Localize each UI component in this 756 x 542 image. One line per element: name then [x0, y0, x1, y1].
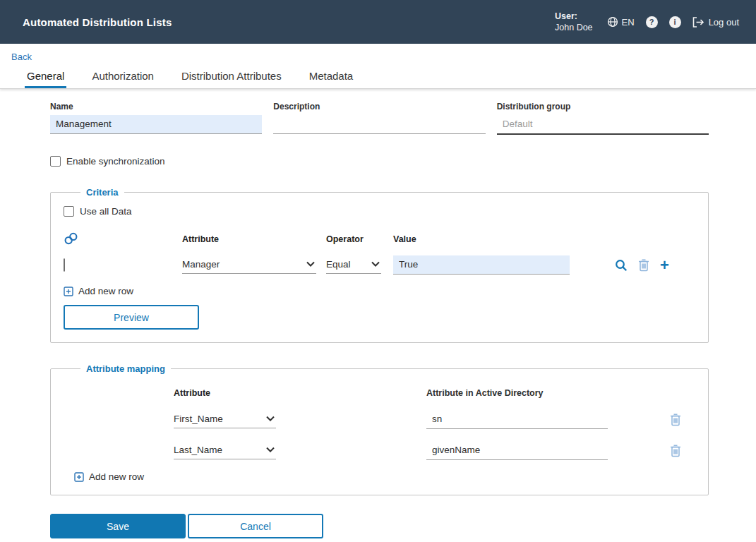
add-new-row-label: Add new row [89, 471, 144, 482]
info-icon: i [674, 18, 676, 26]
distribution-group-field-group: Distribution group [497, 102, 709, 135]
criteria-add-new-row[interactable]: Add new row [64, 286, 133, 296]
user-label: User: [555, 11, 593, 22]
mapping-ad-attribute-header: Attribute in Active Directory [426, 388, 544, 398]
tab-general[interactable]: General [26, 64, 65, 88]
delete-mapping-icon-2[interactable] [670, 445, 681, 457]
chevron-down-icon [266, 447, 275, 452]
criteria-header-row: Attribute Operator Value [64, 232, 695, 246]
chevron-down-icon [306, 261, 315, 267]
enable-sync-label: Enable synchronization [66, 156, 165, 167]
criteria-operator-header: Operator [326, 234, 381, 244]
enable-sync-row[interactable]: Enable synchronization [50, 156, 709, 167]
use-all-data-checkbox[interactable] [64, 206, 74, 217]
mapping-ad-input-1[interactable] [426, 410, 608, 429]
add-new-row-label: Add new row [78, 286, 133, 296]
page-title: Automated Distribution Lists [23, 16, 172, 28]
link-rows-icon[interactable] [64, 232, 182, 246]
criteria-operator-select[interactable]: Equal [326, 257, 381, 274]
criteria-legend: Criteria [80, 187, 124, 198]
use-all-data-label: Use all Data [80, 206, 132, 217]
criteria-value-input[interactable] [393, 255, 570, 275]
logout-icon [692, 17, 704, 28]
help-icon: ? [649, 18, 654, 26]
description-field-group: Description [273, 102, 485, 135]
language-selector[interactable]: EN [607, 16, 635, 28]
mapping-row: Last_Name [64, 441, 695, 460]
top-fields: Name Description Distribution group [50, 102, 709, 135]
description-input[interactable] [273, 115, 485, 134]
chevron-down-icon [371, 261, 380, 267]
criteria-value-header: Value [393, 234, 570, 244]
app-header: Automated Distribution Lists User: John … [0, 0, 756, 44]
delete-mapping-icon-1[interactable] [670, 414, 681, 426]
cancel-button[interactable]: Cancel [188, 514, 323, 538]
mapping-attribute-select-2[interactable]: Last_Name [174, 442, 276, 459]
description-label: Description [273, 102, 485, 112]
help-button[interactable]: ? [646, 16, 658, 28]
logout-button[interactable]: Log out [692, 17, 739, 28]
criteria-row: Manager Equal [64, 255, 695, 275]
delete-row-icon[interactable] [638, 259, 649, 272]
criteria-section: Criteria Use all Data Attribute Operator… [50, 187, 709, 343]
criteria-row-checkbox[interactable] [64, 258, 65, 272]
attribute-mapping-legend: Attribute mapping [80, 363, 171, 374]
name-label: Name [50, 102, 262, 112]
mapping-row: First_Name [64, 410, 695, 429]
chevron-down-icon [266, 416, 275, 421]
criteria-attribute-header: Attribute [182, 234, 316, 244]
save-button[interactable]: Save [50, 514, 186, 538]
enable-sync-checkbox[interactable] [50, 156, 61, 167]
main-content: Name Description Distribution group Enab… [0, 89, 756, 538]
language-code: EN [622, 17, 635, 28]
info-button[interactable]: i [669, 16, 681, 28]
mapping-add-new-row[interactable]: Add new row [74, 471, 144, 482]
add-box-icon [74, 472, 84, 482]
preview-button[interactable]: Preview [64, 305, 199, 330]
globe-icon [607, 16, 618, 28]
attribute-mapping-section: Attribute mapping Attribute Attribute in… [50, 363, 709, 495]
use-all-data-row[interactable]: Use all Data [64, 206, 695, 217]
user-info: User: John Doe [555, 11, 593, 34]
user-name: John Doe [555, 22, 593, 33]
mapping-attribute-header: Attribute [174, 388, 276, 398]
name-input[interactable] [50, 115, 262, 134]
search-icon[interactable] [615, 259, 628, 272]
distribution-group-input[interactable] [497, 115, 709, 135]
logout-label: Log out [709, 17, 739, 28]
criteria-attribute-select[interactable]: Manager [182, 257, 316, 274]
header-actions: User: John Doe EN ? i [555, 11, 739, 34]
criteria-row-actions: + [615, 259, 669, 272]
mapping-attribute-select-1[interactable]: First_Name [174, 411, 276, 428]
tab-metadata[interactable]: Metadata [308, 64, 354, 88]
mapping-ad-input-2[interactable] [426, 441, 608, 460]
tab-bar: General Authorization Distribution Attri… [0, 64, 756, 89]
distribution-group-label: Distribution group [497, 102, 709, 112]
add-criteria-icon[interactable]: + [660, 259, 669, 272]
name-field-group: Name [50, 102, 262, 135]
tab-authorization[interactable]: Authorization [91, 64, 155, 88]
tab-distribution-attributes[interactable]: Distribution Attributes [181, 64, 282, 88]
form-actions: Save Cancel [50, 514, 709, 538]
add-box-icon [64, 287, 73, 296]
mapping-header-row: Attribute Attribute in Active Directory [64, 388, 695, 398]
back-row: Back [0, 44, 756, 64]
back-link[interactable]: Back [11, 52, 32, 62]
